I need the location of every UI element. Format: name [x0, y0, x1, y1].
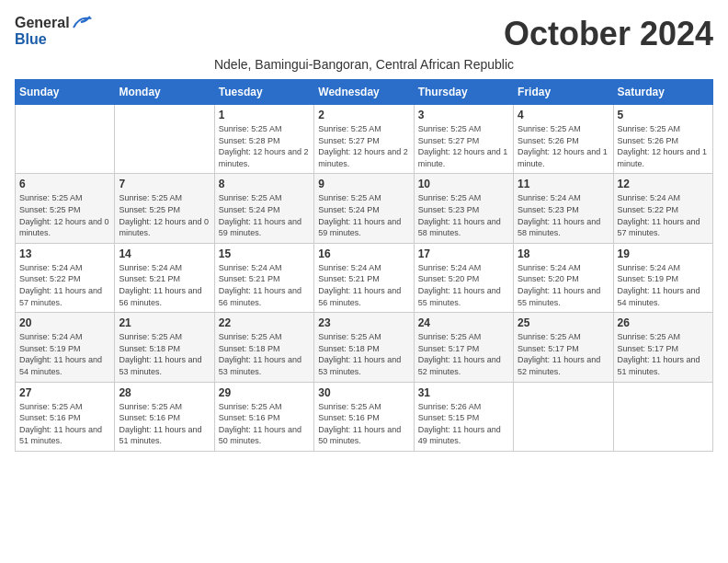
logo-blue-text: Blue: [15, 31, 47, 48]
day-number: 17: [418, 247, 509, 260]
calendar-day-cell: 23Sunrise: 5:25 AM Sunset: 5:18 PM Dayli…: [314, 313, 414, 382]
calendar-day-cell: 16Sunrise: 5:24 AM Sunset: 5:21 PM Dayli…: [314, 243, 414, 312]
day-number: 22: [219, 316, 310, 329]
day-number: 25: [518, 316, 609, 329]
calendar-day-cell: [16, 105, 115, 174]
day-info: Sunrise: 5:24 AM Sunset: 5:22 PM Dayligh…: [19, 262, 110, 308]
day-info: Sunrise: 5:25 AM Sunset: 5:26 PM Dayligh…: [618, 123, 709, 169]
day-info: Sunrise: 5:25 AM Sunset: 5:18 PM Dayligh…: [318, 331, 409, 377]
weekday-header: Monday: [115, 80, 214, 105]
day-info: Sunrise: 5:25 AM Sunset: 5:17 PM Dayligh…: [618, 331, 709, 377]
day-info: Sunrise: 5:25 AM Sunset: 5:28 PM Dayligh…: [219, 123, 310, 169]
day-number: 23: [318, 316, 409, 329]
calendar-day-cell: 30Sunrise: 5:25 AM Sunset: 5:16 PM Dayli…: [314, 382, 414, 451]
day-info: Sunrise: 5:25 AM Sunset: 5:16 PM Dayligh…: [19, 401, 110, 447]
calendar-day-cell: 10Sunrise: 5:25 AM Sunset: 5:23 PM Dayli…: [414, 174, 513, 243]
calendar-week-row: 27Sunrise: 5:25 AM Sunset: 5:16 PM Dayli…: [16, 382, 713, 451]
calendar-day-cell: 9Sunrise: 5:25 AM Sunset: 5:24 PM Daylig…: [314, 174, 414, 243]
day-info: Sunrise: 5:25 AM Sunset: 5:24 PM Dayligh…: [219, 192, 310, 238]
weekday-header: Thursday: [414, 80, 513, 105]
day-number: 4: [518, 109, 609, 121]
calendar-day-cell: 2Sunrise: 5:25 AM Sunset: 5:27 PM Daylig…: [314, 105, 414, 174]
day-info: Sunrise: 5:24 AM Sunset: 5:22 PM Dayligh…: [618, 192, 709, 238]
day-number: 19: [618, 247, 709, 260]
calendar-day-cell: 13Sunrise: 5:24 AM Sunset: 5:22 PM Dayli…: [16, 243, 115, 312]
calendar-day-cell: 31Sunrise: 5:26 AM Sunset: 5:15 PM Dayli…: [414, 382, 513, 451]
day-info: Sunrise: 5:24 AM Sunset: 5:19 PM Dayligh…: [19, 331, 110, 377]
day-info: Sunrise: 5:25 AM Sunset: 5:26 PM Dayligh…: [518, 123, 609, 169]
calendar-day-cell: [115, 105, 214, 174]
calendar-day-cell: 15Sunrise: 5:24 AM Sunset: 5:21 PM Dayli…: [214, 243, 313, 312]
calendar-day-cell: 20Sunrise: 5:24 AM Sunset: 5:19 PM Dayli…: [16, 313, 115, 382]
day-number: 11: [518, 178, 609, 190]
day-info: Sunrise: 5:24 AM Sunset: 5:20 PM Dayligh…: [518, 262, 609, 308]
day-info: Sunrise: 5:25 AM Sunset: 5:24 PM Dayligh…: [318, 192, 409, 238]
calendar-day-cell: 6Sunrise: 5:25 AM Sunset: 5:25 PM Daylig…: [16, 174, 115, 243]
day-info: Sunrise: 5:25 AM Sunset: 5:27 PM Dayligh…: [318, 123, 409, 169]
calendar-week-row: 6Sunrise: 5:25 AM Sunset: 5:25 PM Daylig…: [16, 174, 713, 243]
day-info: Sunrise: 5:24 AM Sunset: 5:21 PM Dayligh…: [219, 262, 310, 308]
day-info: Sunrise: 5:25 AM Sunset: 5:17 PM Dayligh…: [418, 331, 509, 377]
day-number: 24: [418, 316, 509, 329]
calendar-day-cell: 27Sunrise: 5:25 AM Sunset: 5:16 PM Dayli…: [16, 382, 115, 451]
day-info: Sunrise: 5:25 AM Sunset: 5:16 PM Dayligh…: [119, 401, 210, 447]
calendar-week-row: 13Sunrise: 5:24 AM Sunset: 5:22 PM Dayli…: [16, 243, 713, 312]
calendar-day-cell: [514, 382, 613, 451]
day-number: 29: [219, 386, 310, 399]
day-number: 12: [618, 178, 709, 190]
day-info: Sunrise: 5:25 AM Sunset: 5:18 PM Dayligh…: [119, 331, 210, 377]
weekday-header: Saturday: [613, 80, 712, 105]
weekday-header: Wednesday: [314, 80, 414, 105]
calendar-day-cell: 4Sunrise: 5:25 AM Sunset: 5:26 PM Daylig…: [514, 105, 613, 174]
month-title: October 2024: [504, 15, 713, 53]
calendar-day-cell: 3Sunrise: 5:25 AM Sunset: 5:27 PM Daylig…: [414, 105, 513, 174]
day-info: Sunrise: 5:24 AM Sunset: 5:23 PM Dayligh…: [518, 192, 609, 238]
calendar-day-cell: 14Sunrise: 5:24 AM Sunset: 5:21 PM Dayli…: [115, 243, 214, 312]
day-number: 13: [19, 247, 110, 260]
location-subtitle: Ndele, Bamingui-Bangoran, Central Africa…: [15, 57, 713, 72]
calendar-header-row: SundayMondayTuesdayWednesdayThursdayFrid…: [16, 80, 713, 105]
day-info: Sunrise: 5:25 AM Sunset: 5:27 PM Dayligh…: [418, 123, 509, 169]
day-info: Sunrise: 5:24 AM Sunset: 5:19 PM Dayligh…: [618, 262, 709, 308]
day-number: 30: [318, 386, 409, 399]
calendar-day-cell: [613, 382, 712, 451]
calendar-table: SundayMondayTuesdayWednesdayThursdayFrid…: [15, 79, 713, 452]
calendar-week-row: 20Sunrise: 5:24 AM Sunset: 5:19 PM Dayli…: [16, 313, 713, 382]
logo-general-text: General: [15, 15, 70, 31]
day-info: Sunrise: 5:26 AM Sunset: 5:15 PM Dayligh…: [418, 401, 509, 447]
calendar-day-cell: 28Sunrise: 5:25 AM Sunset: 5:16 PM Dayli…: [115, 382, 214, 451]
day-number: 1: [219, 109, 310, 121]
calendar-day-cell: 26Sunrise: 5:25 AM Sunset: 5:17 PM Dayli…: [613, 313, 712, 382]
day-number: 16: [318, 247, 409, 260]
calendar-day-cell: 24Sunrise: 5:25 AM Sunset: 5:17 PM Dayli…: [414, 313, 513, 382]
day-info: Sunrise: 5:24 AM Sunset: 5:21 PM Dayligh…: [119, 262, 210, 308]
calendar-week-row: 1Sunrise: 5:25 AM Sunset: 5:28 PM Daylig…: [16, 105, 713, 174]
day-info: Sunrise: 5:25 AM Sunset: 5:25 PM Dayligh…: [119, 192, 210, 238]
day-info: Sunrise: 5:25 AM Sunset: 5:23 PM Dayligh…: [418, 192, 509, 238]
calendar-day-cell: 8Sunrise: 5:25 AM Sunset: 5:24 PM Daylig…: [214, 174, 313, 243]
day-number: 20: [19, 316, 110, 329]
calendar-day-cell: 22Sunrise: 5:25 AM Sunset: 5:18 PM Dayli…: [214, 313, 313, 382]
calendar-day-cell: 21Sunrise: 5:25 AM Sunset: 5:18 PM Dayli…: [115, 313, 214, 382]
calendar-day-cell: 25Sunrise: 5:25 AM Sunset: 5:17 PM Dayli…: [514, 313, 613, 382]
day-info: Sunrise: 5:25 AM Sunset: 5:17 PM Dayligh…: [518, 331, 609, 377]
calendar-day-cell: 7Sunrise: 5:25 AM Sunset: 5:25 PM Daylig…: [115, 174, 214, 243]
calendar-day-cell: 19Sunrise: 5:24 AM Sunset: 5:19 PM Dayli…: [613, 243, 712, 312]
day-number: 8: [219, 178, 310, 190]
logo: General Blue: [15, 15, 92, 48]
day-number: 28: [119, 386, 210, 399]
day-info: Sunrise: 5:24 AM Sunset: 5:21 PM Dayligh…: [318, 262, 409, 308]
day-number: 9: [318, 178, 409, 190]
day-info: Sunrise: 5:25 AM Sunset: 5:18 PM Dayligh…: [219, 331, 310, 377]
weekday-header: Tuesday: [214, 80, 313, 105]
page-header: General Blue October 2024: [15, 15, 713, 53]
day-number: 14: [119, 247, 210, 260]
day-number: 5: [618, 109, 709, 121]
day-info: Sunrise: 5:25 AM Sunset: 5:16 PM Dayligh…: [219, 401, 310, 447]
day-number: 27: [19, 386, 110, 399]
day-number: 6: [19, 178, 110, 190]
calendar-day-cell: 1Sunrise: 5:25 AM Sunset: 5:28 PM Daylig…: [214, 105, 313, 174]
day-number: 7: [119, 178, 210, 190]
calendar-day-cell: 5Sunrise: 5:25 AM Sunset: 5:26 PM Daylig…: [613, 105, 712, 174]
day-info: Sunrise: 5:25 AM Sunset: 5:16 PM Dayligh…: [318, 401, 409, 447]
